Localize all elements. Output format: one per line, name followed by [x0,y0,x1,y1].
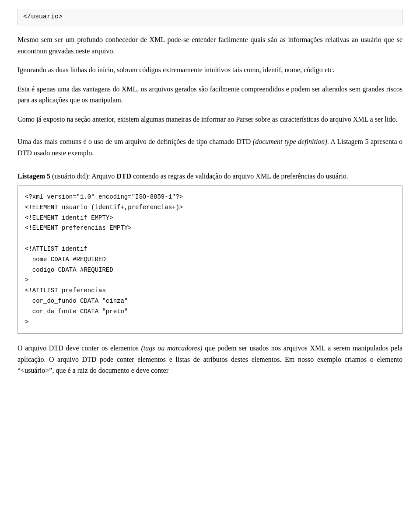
paragraph-4-part2: Uma das mais comuns é o uso de um arquiv… [18,138,253,145]
listing-suffix-rest: contendo as regras de validação do arqui… [131,172,348,180]
paragraph-5-italic: (tags ou marcadores) [141,344,202,352]
paragraph-1: Mesmo sem ser um profundo conhecedor de … [18,34,402,56]
paragraph-5: O arquivo DTD deve conter os elementos (… [18,343,402,376]
paragraph-2: Ignorando as duas linhas do início, sobr… [18,64,402,76]
code-block: <?xml version="1.0" encoding="ISO-8859-1… [18,186,402,334]
listing-title-bold: DTD [116,172,131,180]
listing-number: Listagem 5 [18,172,50,180]
paragraph-5-tag: <usuário> [21,367,49,374]
paragraph-5-part1: O arquivo DTD deve conter os elementos [18,344,141,352]
paragraph-3: Esta é apenas uma das vantagens do XML, … [18,84,402,106]
listing-suffix-plain: (usuário.dtd): Arquivo [50,172,116,180]
paragraph-4: Como já exposto na seção anterior, exist… [18,114,402,158]
listing-label: Listagem 5 (usuário.dtd): Arquivo DTD co… [18,171,402,182]
paragraph-4-part1: Como já exposto na seção anterior, exist… [18,116,397,123]
paragraph-4-italic: (document type definition) [253,138,327,145]
paragraph-5-part3: , que é a raiz do documento e deve conte… [52,367,168,374]
xml-closing-tag: </usuario> [18,9,402,25]
